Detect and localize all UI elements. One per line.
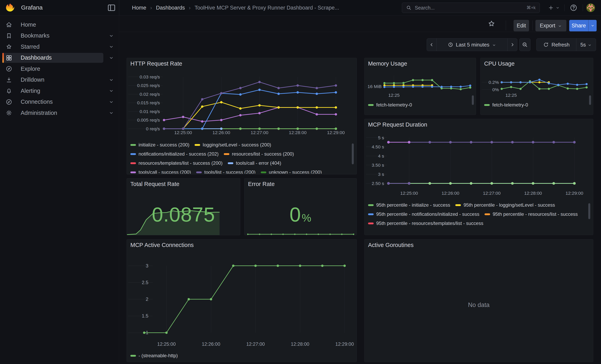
legend-swatch [228,162,233,164]
breadcrumb-dashboards[interactable]: Dashboards [156,5,185,11]
legend-item[interactable]: fetch-telemetry-0 [368,102,412,108]
chevron-down-icon[interactable] [109,55,114,61]
legend-item[interactable]: tools/list - success (200) [196,170,255,174]
sidebar-toggle-icon[interactable] [107,3,116,12]
panel-error-rate: Error Rate 0% [244,178,357,235]
chevron-down-icon[interactable] [109,88,114,94]
time-zoom-out-button[interactable] [519,38,531,51]
legend-item[interactable]: 95th percentile - logging/setLevel - suc… [455,202,555,208]
breadcrumb-home[interactable]: Home [132,5,146,11]
legend-item[interactable]: unknown - success (200) [261,170,322,174]
panel-title: Total Request Rate [130,181,180,187]
time-range-picker[interactable]: Last 5 minutes [436,39,507,51]
legend-scrollbar[interactable] [588,203,590,219]
chevron-down-icon[interactable] [109,99,114,105]
search-input[interactable]: Search... ⌘+k [402,3,540,13]
legend-item[interactable]: - (streamable-http) [130,353,178,358]
sidebar-item-bookmarks[interactable]: Bookmarks [2,31,103,41]
legend-item[interactable]: tools/call - success (200) [130,170,191,174]
chevron-down-icon[interactable] [109,77,114,83]
legend-item[interactable]: 95th percentile - notifications/initiali… [368,212,479,217]
svg-text:12:26:00: 12:26:00 [442,191,459,196]
home-icon [6,21,12,28]
legend-swatch [224,153,229,155]
panel-cpu-usage: CPU Usage 12:250.2%0% fetch-telemetry-0 [480,58,593,115]
sidebar-item-explore[interactable]: Explore [2,64,103,74]
sidebar-item-starred[interactable]: Starred [2,42,103,52]
legend-scrollbar[interactable] [352,143,354,164]
avatar[interactable] [586,3,595,12]
legend-item[interactable]: 95th percentile - initialize - success [368,202,450,208]
legend-label: tools/call - error (404) [236,160,281,166]
chevron-down-icon[interactable] [109,33,114,39]
legend-scrollbar[interactable] [589,95,591,105]
mcp-active-connections-chart[interactable]: 12:25:0012:26:0012:27:0012:28:0012:29:00… [127,239,357,362]
legend-label: fetch-telemetry-0 [376,102,412,108]
svg-text:12:26:00: 12:26:00 [202,341,220,347]
error-rate-unit: % [302,212,311,224]
sidebar-item-home[interactable]: Home [2,20,103,30]
share-dropdown-button[interactable] [588,20,597,31]
share-button[interactable]: Share [569,20,588,31]
time-shift-forward-button[interactable] [507,39,517,51]
legend-swatch [130,162,136,164]
svg-text:12:26:00: 12:26:00 [212,130,230,135]
legend-label: 95th percentile - initialize - success [376,202,450,208]
refresh-button[interactable]: Refresh [537,39,576,51]
share-button-group: Share [569,20,597,31]
legend-label: notifications/initialized - success (202… [139,151,219,157]
legend-item[interactable]: initialize - success (200) [130,142,190,148]
chevron-down-icon[interactable] [109,44,114,49]
sidebar-item-dashboards[interactable]: Dashboards [2,53,103,63]
panel-title: MCP Request Duration [368,121,427,128]
svg-text:2.5: 2.5 [142,280,148,285]
question-icon [570,4,578,12]
refresh-interval-picker[interactable]: 5s [576,39,596,51]
legend-item[interactable]: resources/list - success (200) [224,151,294,157]
svg-text:4 s: 4 s [378,153,384,158]
svg-text:12:29:00: 12:29:00 [565,191,583,196]
legend-item[interactable]: 95th percentile - resources/list - succe… [485,212,578,217]
export-button-label: Export [540,23,555,29]
dashboard-sub-header: Edit Export Share [119,16,601,32]
sidebar-item-label: Dashboards [21,54,52,61]
svg-text:12:27:00: 12:27:00 [250,130,268,135]
legend-swatch [195,144,200,146]
cpu-chart-legend: fetch-telemetry-0 [484,102,583,108]
legend-item[interactable]: logging/setLevel - success (200) [195,142,271,148]
legend-item[interactable]: notifications/initialized - success (202… [130,151,219,157]
legend-item[interactable]: resources/templates/list - success (200) [130,160,223,166]
sidebar-item-drilldown[interactable]: Drilldown [2,75,103,85]
favorite-star-icon[interactable] [487,20,496,28]
legend-item[interactable]: 95th percentile - resources/templates/li… [368,221,483,226]
sidebar-item-administration[interactable]: Administration [2,108,103,118]
connections-chart-legend: - (streamable-http) [130,353,349,360]
legend-item[interactable]: fetch-telemetry-0 [484,102,528,108]
subheader-separator [506,20,506,30]
legend-label: fetch-telemetry-0 [492,102,528,108]
sidebar-item-connections[interactable]: Connections [2,97,103,107]
svg-text:12:29:00: 12:29:00 [335,341,354,347]
export-button[interactable]: Export [535,20,566,31]
legend-scrollbar[interactable] [472,95,474,105]
panel-mcp-request-duration: MCP Request Duration 12:25:0012:26:0012:… [364,119,593,235]
sidebar-item-label: Bookmarks [21,32,50,39]
svg-text:0.02 req/s: 0.02 req/s [140,92,160,97]
legend-item[interactable]: tools/call - error (404) [228,160,281,166]
time-range-group: Last 5 minutes [427,38,517,51]
help-button[interactable] [570,4,578,12]
svg-text:4.50 s: 4.50 s [372,144,384,149]
time-shift-back-button[interactable] [427,39,436,51]
svg-text:0.2%: 0.2% [489,80,499,85]
search-shortcut: ⌘+k [526,5,536,10]
chevron-down-icon[interactable] [109,110,114,116]
legend-swatch [368,213,374,215]
svg-text:2.50 s: 2.50 s [372,181,384,186]
svg-text:0 req/s: 0 req/s [146,126,160,131]
search-icon [406,5,411,10]
sidebar-item-label: Connections [21,98,53,105]
edit-button[interactable]: Edit [513,20,529,31]
sidebar-item-alerting[interactable]: Alerting [2,86,103,96]
add-new-button[interactable] [546,3,562,12]
topbar-divider [119,0,119,16]
